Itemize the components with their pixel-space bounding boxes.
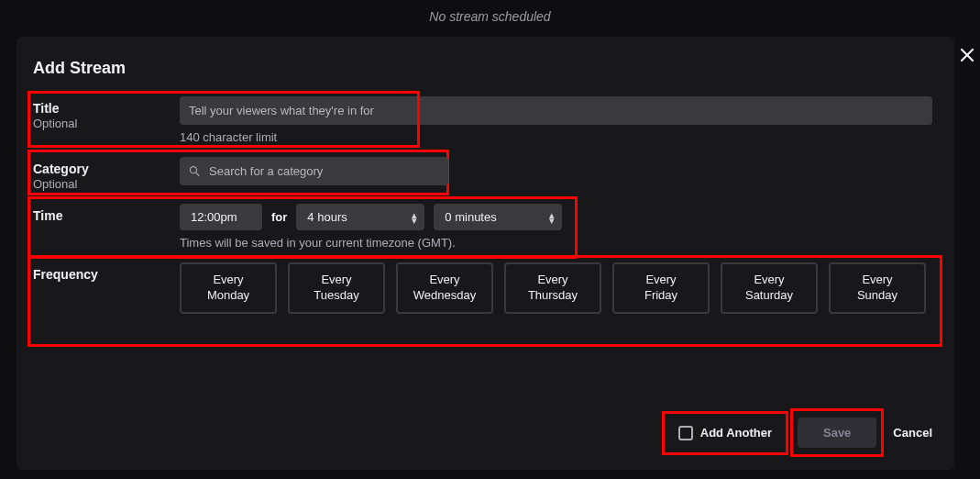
- frequency-option-friday[interactable]: EveryFriday: [612, 262, 710, 314]
- category-label: Category: [33, 162, 180, 176]
- save-button[interactable]: Save: [798, 418, 876, 448]
- frequency-option-tuesday[interactable]: EveryTuesday: [288, 262, 385, 314]
- title-optional-label: Optional: [33, 117, 180, 130]
- time-input[interactable]: [180, 204, 262, 230]
- for-label: for: [271, 210, 287, 224]
- no-stream-scheduled-text: No stream scheduled: [429, 9, 550, 24]
- checkbox-icon: [678, 426, 693, 440]
- add-another-checkbox[interactable]: Add Another: [669, 418, 781, 448]
- category-optional-label: Optional: [33, 177, 180, 191]
- category-search-input[interactable]: [180, 157, 448, 185]
- frequency-option-monday[interactable]: EveryMonday: [180, 262, 277, 314]
- title-hint: 140 character limit: [180, 130, 932, 144]
- frequency-option-thursday[interactable]: EveryThursday: [504, 262, 601, 314]
- search-icon: [188, 164, 202, 178]
- cancel-button[interactable]: Cancel: [893, 426, 932, 440]
- minutes-select[interactable]: 0 minutes: [434, 204, 562, 230]
- frequency-option-wednesday[interactable]: EveryWednesday: [396, 262, 493, 314]
- title-input[interactable]: [180, 96, 932, 125]
- close-icon[interactable]: [958, 46, 976, 64]
- time-hint: Times will be saved in your current time…: [180, 236, 932, 250]
- add-stream-modal: Add Stream Title Optional 140 character …: [17, 37, 954, 470]
- time-label: Time: [33, 208, 180, 223]
- modal-title: Add Stream: [33, 59, 932, 78]
- hours-select[interactable]: 4 hours: [296, 204, 424, 230]
- frequency-option-saturday[interactable]: EverySaturday: [721, 262, 818, 314]
- frequency-option-sunday[interactable]: EverySunday: [829, 262, 926, 314]
- title-label: Title: [33, 101, 180, 116]
- add-another-label: Add Another: [700, 426, 772, 440]
- frequency-label: Frequency: [33, 267, 180, 282]
